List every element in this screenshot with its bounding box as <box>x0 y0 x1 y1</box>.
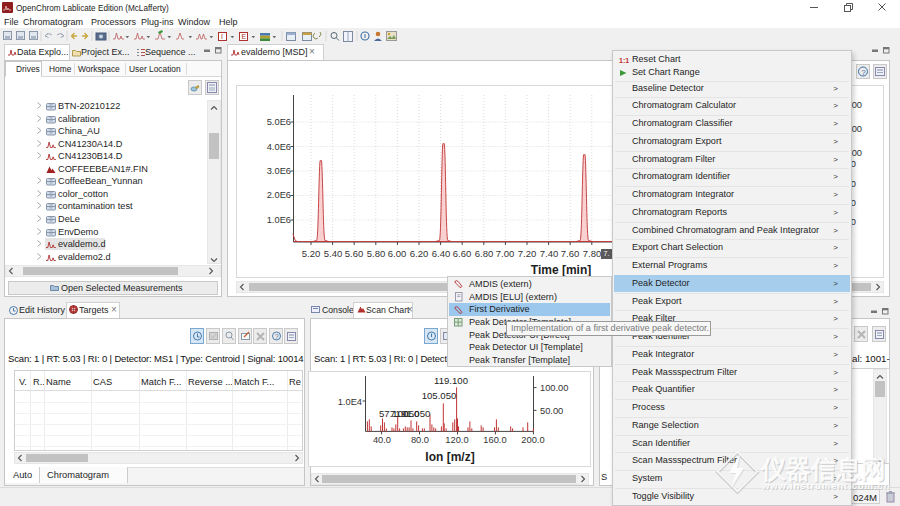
svg-text:E: E <box>242 33 247 40</box>
svg-text:I: I <box>221 33 223 40</box>
svg-text:1:1: 1:1 <box>619 57 629 64</box>
svg-text:仪器信息网: 仪器信息网 <box>760 455 886 483</box>
svg-text:?: ? <box>861 68 866 77</box>
svg-text:?: ? <box>275 333 279 340</box>
svg-text:www.instrument.com.cn: www.instrument.com.cn <box>761 480 890 491</box>
